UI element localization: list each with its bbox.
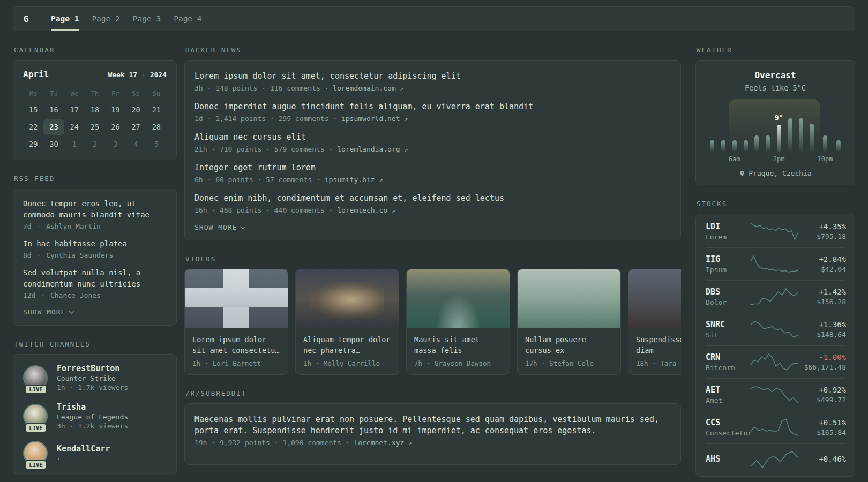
right-column: WEATHER Overcast Feels like 5°C — [695, 46, 855, 482]
weather-hour-cell — [796, 102, 806, 164]
hn-item-comments[interactable]: 440 comments — [274, 206, 325, 214]
video-thumbnail[interactable] — [518, 269, 620, 328]
hn-item-title[interactable]: Lorem ipsum dolor sit amet, consectetur … — [194, 71, 671, 82]
twitch-channel[interactable]: LIVE ForrestBurton Counter-Strike 1h · 1… — [23, 364, 167, 391]
hn-domain-link[interactable]: ipsumworld.net — [341, 115, 400, 123]
rss-item-title[interactable]: In hac habitasse platea — [23, 238, 167, 250]
nav-tab[interactable]: Page 1 — [51, 7, 79, 31]
hn-item-title[interactable]: Donec enim nibh, condimentum et accumsan… — [194, 193, 671, 204]
app-logo[interactable]: G — [13, 7, 39, 31]
dot-separator: · — [40, 291, 46, 299]
stock-row[interactable]: AET Amet +0.92% $499.72 — [706, 378, 845, 411]
calendar-day: 25 — [85, 119, 105, 135]
reddit-domain-link[interactable]: loremnet.xyz — [354, 439, 404, 447]
hn-domain-link[interactable]: loremlandia.org — [337, 145, 400, 153]
stock-row[interactable]: SNRC Sit +1.36% $148.64 — [706, 313, 845, 345]
reddit-post-title[interactable]: Maecenas mollis pulvinar erat non posuer… — [194, 414, 671, 436]
dot-separator: · — [207, 84, 211, 92]
hn-domain-link[interactable]: ipsumify.biz — [325, 176, 375, 184]
video-title[interactable]: Aliquam tempor dolor nec pharetra… — [296, 328, 399, 356]
reddit-post-comments[interactable]: 1,090 comments — [282, 439, 341, 447]
video-age: 1h — [303, 359, 311, 367]
twitch-channel[interactable]: LIVE KendallCarr · — [23, 441, 167, 465]
stock-row[interactable]: AHS +0.46% — [706, 443, 845, 475]
stock-row[interactable]: CCS Consectetur +0.51% $165.84 — [706, 411, 845, 443]
nav-tab[interactable]: Page 4 — [174, 7, 201, 31]
video-title[interactable]: Mauris sit amet massa felis — [407, 328, 510, 356]
calendar-day: 1 — [64, 136, 85, 152]
hn-item-comments[interactable]: 579 comments — [274, 145, 325, 153]
stock-price: $156.28 — [799, 298, 846, 306]
video-thumbnail[interactable] — [185, 269, 288, 328]
video-card[interactable]: Aliquam tempor dolor nec pharetra… 1h · … — [295, 269, 399, 375]
hn-item-meta: 6h · 60 points · 57 comments · ipsumify.… — [194, 176, 671, 184]
live-badge: LIVE — [25, 385, 47, 394]
show-more-button[interactable]: SHOW MORE — [23, 308, 167, 316]
reddit-widget: /R/SUBREDDIT Maecenas mollis pulvinar er… — [184, 389, 681, 465]
dot-separator: · — [261, 84, 266, 92]
rss-item-author: Cynthia Saunders — [46, 251, 113, 259]
video-card[interactable]: Mauris sit amet massa felis 7h · Grayson… — [406, 269, 510, 375]
dot-separator: · — [328, 206, 333, 214]
stock-change: +2.84% — [799, 255, 846, 263]
weather-temp-label: 9° — [774, 114, 783, 123]
nav-tab[interactable]: Page 3 — [133, 7, 161, 31]
nav-tab-label: Page 4 — [174, 14, 201, 23]
hn-domain-link[interactable]: loremdomain.com — [333, 84, 395, 92]
hn-domain-link[interactable]: loremtech.co — [337, 206, 387, 214]
video-channel: Molly Carrillo — [324, 359, 380, 367]
hn-item-time: 3h — [194, 84, 203, 92]
stock-row[interactable]: CRN Bitcorn -1.00% $66,171.48 — [706, 345, 845, 378]
video-thumbnail[interactable] — [407, 269, 510, 328]
twitch-channel[interactable]: LIVE Trisha League of Legends 3h · 1.2k … — [23, 402, 167, 430]
stock-row[interactable]: DBS Dolor +1.42% $156.28 — [706, 280, 845, 313]
channel-name[interactable]: ForrestBurton — [57, 364, 128, 373]
rss-item-author: Chance Jones — [50, 291, 101, 299]
video-card[interactable]: Nullam posuere cursus ex 17h · Stefan Co… — [517, 269, 621, 375]
video-card[interactable]: Suspendisse diam 18h · Tara — [628, 269, 681, 375]
nav-tab-label: Page 2 — [92, 14, 119, 23]
nav-tab[interactable]: Page 2 — [92, 7, 119, 31]
hn-item-comments[interactable]: 299 comments — [279, 115, 329, 123]
hn-item-comments[interactable]: 57 comments — [266, 176, 312, 184]
video-title[interactable]: Suspendisse diam — [628, 328, 681, 356]
channel-name[interactable]: KendallCarr — [57, 444, 110, 454]
video-thumbnail[interactable] — [628, 269, 681, 328]
video-age: 18h — [636, 359, 648, 367]
dot-separator: · — [211, 206, 215, 214]
rss-item-meta: 12d · Chance Jones — [23, 291, 167, 299]
stock-row[interactable]: IIG Ipsum +2.84% $42.04 — [706, 247, 845, 280]
video-meta: 1h · Lori Barnett — [185, 356, 288, 374]
hn-item-points: 468 points — [220, 206, 261, 214]
hn-item-title[interactable]: Aliquam nec cursus elit — [194, 132, 671, 143]
video-thumbnail[interactable] — [296, 269, 399, 328]
video-card[interactable]: Lorem ipsum dolor sit amet consectetu… 1… — [184, 269, 288, 375]
stock-symbol: SNRC — [706, 320, 750, 329]
hn-item-points: 60 points — [215, 176, 253, 184]
rss-item-title[interactable]: Sed volutpat nulla nisl, a condimentum n… — [23, 267, 167, 290]
video-title[interactable]: Nullam posuere cursus ex — [518, 328, 620, 356]
hn-item-comments[interactable]: 116 comments — [270, 84, 320, 92]
hn-item-title[interactable]: Integer eget rutrum lorem — [194, 162, 671, 174]
video-title[interactable]: Lorem ipsum dolor sit amet consectetu… — [185, 328, 288, 356]
hn-item-title[interactable]: Donec imperdiet augue tincidunt felis al… — [194, 101, 671, 112]
stock-price: $148.64 — [799, 330, 846, 338]
hn-item-time: 16h — [194, 206, 207, 214]
nav-tabs: Page 1 Page 2 Page 3 Page 4 — [51, 7, 202, 31]
weather-feels-like: Feels like 5°C — [707, 84, 844, 92]
channel-name[interactable]: Trisha — [57, 402, 128, 412]
nav-divider — [39, 7, 39, 31]
rss-item-age: 7d — [23, 222, 32, 230]
show-more-button[interactable]: SHOW MORE — [194, 223, 671, 231]
stock-sparkline — [750, 386, 799, 404]
reddit-card: Maecenas mollis pulvinar erat non posuer… — [184, 403, 681, 465]
rss-item-title[interactable]: Donec tempor eros leo, ut commodo mauris… — [23, 198, 167, 221]
stock-price: $66,171.48 — [799, 363, 846, 371]
hn-item: Lorem ipsum dolor sit amet, consectetur … — [194, 71, 671, 92]
location-pin-icon — [739, 170, 745, 177]
stock-row[interactable]: LDI Lorem +4.35% $795.18 — [706, 215, 845, 247]
weather-hour-cell: 9° 2pm — [773, 102, 785, 164]
calendar-widget: CALENDAR April Week 17 · 2024 MoTuWeThFr… — [13, 46, 177, 160]
stock-values: +1.36% $148.64 — [799, 320, 846, 338]
stock-change: +1.42% — [799, 288, 846, 296]
